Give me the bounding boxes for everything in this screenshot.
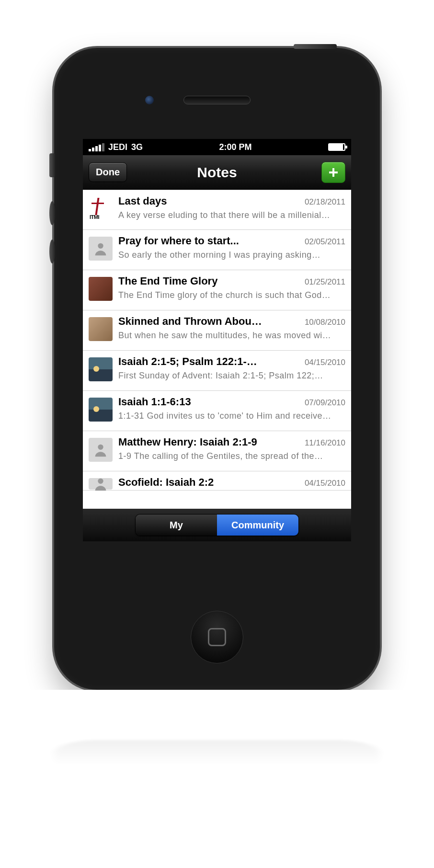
avatar — [89, 237, 113, 261]
avatar — [89, 438, 113, 462]
note-preview: But when he saw the multitudes, he was m… — [118, 331, 345, 341]
list-item[interactable]: Skinned and Thrown Abou… 10/08/2010 But … — [83, 310, 351, 351]
note-title: Isaiah 2:1-5; Psalm 122:1-… — [118, 355, 257, 368]
home-button[interactable] — [191, 611, 243, 663]
note-date: 11/16/2010 — [305, 438, 345, 448]
note-date: 07/09/2010 — [305, 398, 345, 408]
avatar — [89, 478, 113, 490]
note-title: Pray for where to start... — [118, 235, 239, 247]
note-date: 04/15/2010 — [305, 479, 345, 488]
volume-down — [49, 240, 55, 263]
note-preview: 1:1-31 God invites us to 'come' to Him a… — [118, 411, 345, 421]
camera-icon — [145, 96, 154, 104]
note-date: 04/15/2010 — [305, 358, 345, 367]
note-preview: The End Time glory of the church is such… — [118, 290, 345, 300]
add-button[interactable] — [321, 162, 345, 183]
clock: 2:00 PM — [219, 142, 252, 152]
avatar — [89, 317, 113, 341]
note-date: 02/18/2011 — [305, 197, 345, 207]
list-item[interactable]: ITMI Last days 02/18/2011 A key verse el… — [83, 190, 351, 230]
volume-up — [49, 201, 55, 225]
avatar — [89, 277, 113, 301]
bottom-bar: My Community — [83, 509, 351, 541]
notes-list[interactable]: ITMI Last days 02/18/2011 A key verse el… — [83, 190, 351, 509]
note-preview: 1-9 The calling of the Gentiles, the spr… — [118, 451, 345, 461]
page-title: Notes — [197, 164, 237, 181]
tab-my[interactable]: My — [136, 514, 217, 536]
note-preview: So early the other morning I was praying… — [118, 250, 345, 260]
phone-frame: JEDI 3G 2:00 PM Done Notes ITMI Last — [54, 48, 380, 690]
plus-icon — [328, 167, 339, 178]
list-item[interactable]: Isaiah 2:1-5; Psalm 122:1-… 04/15/2010 F… — [83, 351, 351, 391]
speaker-grill — [183, 96, 251, 104]
power-button — [294, 44, 337, 49]
avatar: ITMI — [89, 197, 113, 221]
note-preview: First Sunday of Advent: Isaiah 2:1-5; Ps… — [118, 371, 345, 381]
note-date: 02/05/2011 — [305, 237, 345, 247]
avatar — [89, 357, 113, 381]
svg-point-0 — [98, 243, 103, 249]
list-item[interactable]: Matthew Henry: Isaiah 2:1-9 11/16/2010 1… — [83, 431, 351, 471]
done-button[interactable]: Done — [89, 162, 127, 182]
note-title: Last days — [118, 195, 167, 207]
note-preview: A key verse eluding to that there will b… — [118, 210, 345, 220]
person-icon — [92, 442, 109, 458]
note-date: 10/08/2010 — [305, 318, 345, 327]
note-title: Scofield: Isaiah 2:2 — [118, 476, 214, 489]
svg-point-2 — [98, 479, 103, 484]
svg-point-1 — [98, 445, 103, 450]
note-title: Isaiah 1:1-6:13 — [118, 396, 191, 408]
list-item[interactable]: Scofield: Isaiah 2:2 04/15/2010 — [83, 471, 351, 491]
battery-icon — [328, 143, 345, 151]
person-icon — [92, 476, 109, 492]
segment-control: My Community — [135, 514, 299, 536]
note-title: Skinned and Thrown Abou… — [118, 315, 262, 328]
status-bar: JEDI 3G 2:00 PM — [83, 139, 351, 155]
person-icon — [92, 240, 109, 257]
list-item[interactable]: Isaiah 1:1-6:13 07/09/2010 1:1-31 God in… — [83, 391, 351, 431]
carrier-label: JEDI — [108, 142, 127, 152]
mute-switch — [49, 153, 55, 177]
note-title: Matthew Henry: Isaiah 2:1-9 — [118, 436, 257, 448]
tab-community[interactable]: Community — [217, 514, 298, 536]
screen: JEDI 3G 2:00 PM Done Notes ITMI Last — [83, 139, 351, 541]
note-title: The End Time Glory — [118, 275, 217, 287]
network-label: 3G — [131, 142, 143, 152]
signal-icon — [89, 143, 104, 151]
home-icon — [208, 628, 226, 646]
avatar — [89, 398, 113, 422]
note-date: 01/25/2011 — [305, 277, 345, 287]
list-item[interactable]: Pray for where to start... 02/05/2011 So… — [83, 230, 351, 270]
nav-bar: Done Notes — [83, 155, 351, 190]
list-item[interactable]: The End Time Glory 01/25/2011 The End Ti… — [83, 270, 351, 310]
